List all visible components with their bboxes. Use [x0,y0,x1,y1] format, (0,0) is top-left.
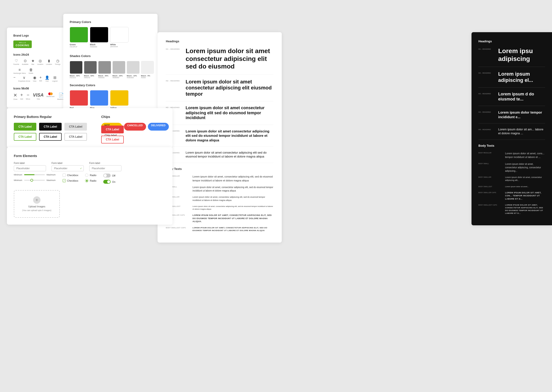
swatch-white: White #FFFFFF [110,27,128,48]
form-input-3[interactable] [89,165,121,171]
swatch-green: Green #3C9F1F [70,27,88,48]
body-regular-row: BODY REGULAR Lorem ipsum dolor sit amet,… [166,175,274,182]
heading-h5-row: H5 - HEADING Lorem ipsum dolor sit amet … [166,151,274,163]
brand-logo: HELLO COOKING [13,41,32,48]
toggle-row-2: On [103,180,115,184]
dark-h5-tag: H5 - HEADING [478,128,495,131]
dark-headings-title: Headings [478,40,545,43]
body-regular-text: Lorem ipsum dolor sit amet, consectetur … [192,175,274,182]
toggle-on[interactable] [103,180,111,184]
body-smaller-caps-row: BODY SMALLER CAPS LOREM IPSUM DOLOR SIT … [166,214,274,223]
icon-visa: VISA Visa [33,92,44,100]
toggle-off[interactable] [103,174,111,177]
icon-grid: ⊞ Legend [52,75,57,82]
heading-h2-tag: H2 - HEADING [166,79,182,82]
upload-box[interactable]: + Upload Images (You can upload upto 5 i… [14,190,60,218]
form-field-2: Form label [51,162,84,171]
heading-h1-text: Lorem ipsum dolor sit amet consectetur a… [186,47,274,70]
body-smallest-caps-text: LOREM IPSUM DOLOR SIT AMET, CONSECTETUR … [192,226,274,232]
body-smaller-caps-text: LOREM IPSUM DOLOR SIT AMET, CONSECTETUR … [192,214,274,223]
upload-label: Upload Images [28,205,45,208]
dark-body-smaller-caps-tag: BODY SMALLER CAPS [478,191,501,193]
dark-h4-row: H4 - HEADING Lorem ipsum dolor tempor in… [478,110,545,123]
red-buttons-row-2: CTA Label [101,136,124,143]
slider-max-1: Maximum [47,174,56,176]
dark-body-smallest-tag: BODY SMALLEST [478,185,501,187]
radio-unchecked[interactable] [85,174,88,177]
buttons-card: Primary Buttons Regular CTA Label CTA La… [7,108,172,148]
checkbox-label-1: Checkbox [67,174,78,177]
form-input-1[interactable] [14,165,46,171]
dark-body-small-tag: BODY SMALL [478,162,501,164]
secondary-colors-title: Secondary Colors [70,84,151,87]
primary-colors-title: Primary Colors [70,20,151,24]
shade-80: Black - 80% #313131 [70,61,83,78]
slider-min-2: Minimum [14,179,22,182]
cta-red-filled[interactable]: CTA Label [101,126,124,133]
checkbox-row-2: ✓ Checkbox [63,179,78,182]
dark-h3-tag: H3 - HEADING [478,92,495,95]
cta-green-filled[interactable]: CTA Label [14,123,36,131]
form-select-wrap [51,165,84,171]
dark-card: Headings H1 - HEADING Lorem ipsu adipisc… [472,32,552,225]
cta-gray-outline[interactable]: CTA Label [64,133,87,141]
radio-label-2: Radio [90,179,96,182]
toggle-label-on: On [112,181,115,183]
cta-black-outline[interactable]: CTA Label [39,133,62,141]
dark-body-smallest-caps-row: BODY SMALLEST CAPS LOREM IPSUM DOLOR SIT… [478,204,545,215]
icons-24-row-1: ♡ Favorite ⊙ Available ★ Star ◎ Location… [13,59,67,74]
icon-available: ⊙ Available [22,59,28,65]
body-smaller-row: BODY SMALLER Lorem ipsum dolor sit amet,… [166,196,274,202]
heading-h5-text: Lorem ipsum dolor sit amet consectetur a… [186,151,274,159]
slider-fill-1 [24,174,35,175]
icon-favorite: ♡ Favorite [13,59,19,65]
chip-cancelled[interactable]: CANCELLED [124,123,146,131]
checkbox-checked[interactable]: ✓ [63,179,66,182]
dark-body-texts-title: Body Texts [478,144,545,147]
icon-dropdown: ∨ Dropdown Arrow [18,75,30,82]
radio-checked[interactable] [85,179,88,182]
slider-track-2[interactable] [24,180,45,181]
heading-h2-text: Lorem ipsum dolor sit amet consectetur a… [186,79,274,97]
chip-delivered[interactable]: DELIVERED [148,123,169,131]
body-small-row: BODY SMALL Lorem ipsum dolor sit amet, c… [166,186,274,192]
shade-60: Black - 60% #666242 [84,61,97,78]
heading-h4-text: Lorem ipsum dolor sit amet consectetur a… [186,129,274,143]
upload-sublabel: (You can upload upto 5 images) [22,209,51,211]
dark-body-small-text: Lorem ipsum dolor sit amet, consectetur … [505,162,545,173]
icon-heart-location: ⧫ Location [46,59,52,65]
brand-line2: COOKING [16,44,29,47]
body-texts-section-label: Body Texts [166,167,274,171]
cta-green-outline[interactable]: CTA Label [14,133,36,141]
icon-hamburger-menu: ≡ Hamburger Menu [13,68,26,74]
cta-gray-filled[interactable]: CTA Label [64,123,87,131]
icon-add: + Add [39,75,42,82]
checkbox-row-1: Checkbox [63,174,78,177]
form-field-3: Form label [89,162,121,171]
body-smallest-caps-row: BODY SMALLEST CAPS LOREM IPSUM DOLOR SIT… [166,226,274,232]
dark-body-smaller-tag: BODY SMALLER [478,176,501,178]
slider-track-1[interactable] [24,174,45,175]
icon-minus-56: − Minus [26,92,30,100]
icon-close: ✕ Close [13,92,17,100]
shade-5: Black - 5% #E3E3 [141,61,154,78]
dark-body-smallest-text: Lorem ipsum dolor sit amet... [505,185,529,188]
slider-row-1: Minimum Maximum [14,174,56,176]
heading-h1-row: H1 - HEADING Lorem ipsum dolor sit amet … [166,47,274,75]
checkbox-unchecked[interactable] [63,174,66,177]
cta-black-filled[interactable]: CTA Label [39,123,62,131]
toggles-col: Off On [103,174,115,186]
dark-body-regular-tag: BODY REGULAR [478,152,501,154]
dark-h1-tag: H1 - HEADING [478,47,495,50]
radios-col: Radio Radio [85,174,96,184]
dark-h3-row: H3 - HEADING Lorem ipsum d do eiusmod te… [478,92,545,106]
red-buttons-section: CTA Label CTA Label [101,126,124,143]
icon-add-56: + Add [20,92,23,100]
cta-red-outline[interactable]: CTA Label [101,136,124,143]
dark-body-small-row: BODY SMALL Lorem ipsum dolor sit amet, c… [478,162,545,173]
form-select-1[interactable] [51,165,84,171]
chips-title: Chips [101,115,169,119]
dark-h2-tag: H2 - HEADING [478,71,495,74]
body-smallest-text: Lorem ipsum dolor sit amet, consectetur … [192,205,274,210]
sliders-col: Minimum Maximum Minimum Maximum [14,174,56,183]
